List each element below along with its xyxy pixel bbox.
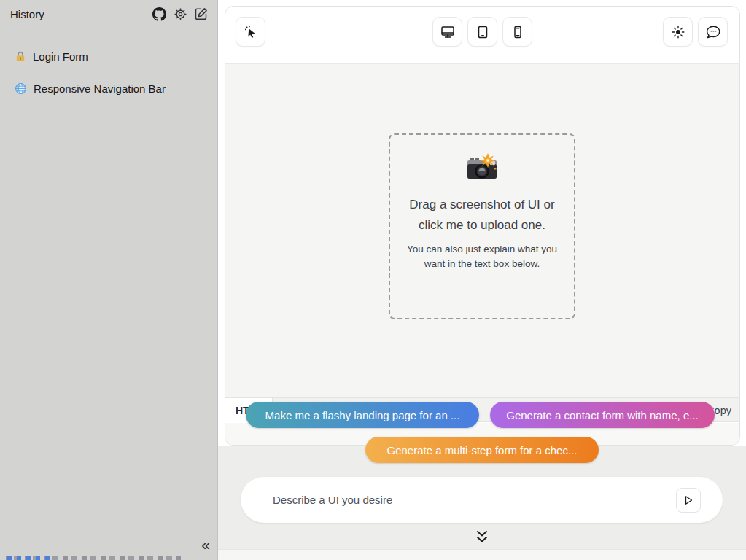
bottom-band: [218, 549, 746, 560]
suggestion-pill-contact-form[interactable]: Generate a contact form with name, e...: [490, 402, 715, 428]
suggestion-pill-multi-step-form[interactable]: Generate a multi-step form for a chec...: [365, 437, 599, 463]
new-chat-pencil-icon[interactable]: [194, 7, 209, 21]
screenshot-dropzone[interactable]: Drag a screenshot of UI or click me to u…: [389, 133, 575, 319]
desktop-preview-button[interactable]: [432, 17, 462, 47]
theme-sun-icon: [671, 25, 685, 39]
mobile-preview-button[interactable]: [502, 17, 532, 47]
history-item-login-form[interactable]: Login Form: [0, 44, 217, 68]
history-sidebar: History: [0, 0, 218, 560]
cursor-select-button[interactable]: [236, 17, 265, 47]
dropzone-hint-line2: want in the text box below.: [390, 257, 574, 271]
mobile-preview-icon: [510, 25, 525, 39]
scroll-down-chevron-icon[interactable]: [473, 529, 491, 545]
history-item-label: Responsive Navigation Bar: [34, 82, 166, 95]
history-item-label: Login Form: [33, 50, 88, 63]
collapse-sidebar-button[interactable]: «: [201, 537, 209, 552]
dropzone-hint-line1: You can also just explain what you: [390, 242, 574, 257]
dropzone-text-line1: Drag a screenshot of UI or: [390, 195, 574, 215]
suggestion-pill-landing-page[interactable]: Make me a flashy landing page for an ...: [246, 402, 479, 428]
settings-gear-icon[interactable]: [173, 7, 187, 21]
dropzone-hint: You can also just explain what you want …: [390, 242, 574, 271]
camera-flash-icon: [390, 152, 574, 187]
prompt-bar: [241, 477, 723, 523]
app-root: History: [0, 0, 746, 560]
desktop-preview-icon: [440, 25, 455, 39]
cursor-select-icon: [244, 25, 258, 39]
sidebar-header: History: [0, 0, 217, 29]
github-icon[interactable]: [152, 7, 166, 21]
dropzone-text-line2: click me to upload one.: [390, 215, 574, 236]
globe-icon: [15, 82, 27, 95]
chat-button[interactable]: [698, 17, 728, 47]
theme-toggle-button[interactable]: [663, 17, 693, 47]
sidebar-title: History: [10, 8, 44, 20]
tablet-preview-button[interactable]: [467, 17, 497, 47]
tablet-preview-icon: [475, 25, 490, 39]
prompt-input[interactable]: [273, 477, 681, 523]
send-play-icon: [683, 495, 693, 505]
chat-bubble-icon: [705, 24, 721, 40]
clipped-footer-dots: [7, 556, 51, 560]
history-item-responsive-navigation-bar[interactable]: Responsive Navigation Bar: [0, 77, 217, 100]
lock-icon: [15, 50, 26, 62]
send-button[interactable]: [676, 488, 701, 513]
